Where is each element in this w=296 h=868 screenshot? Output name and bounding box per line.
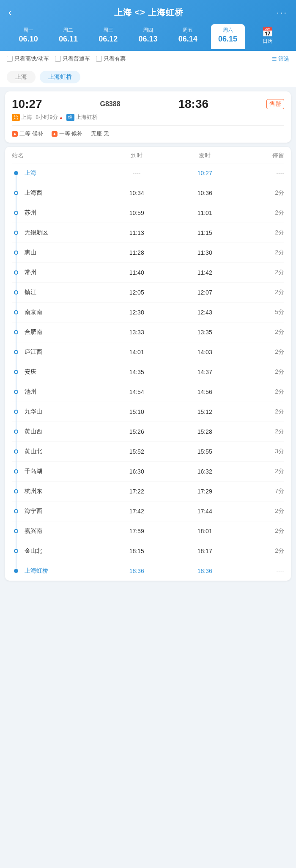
date-tab-0614[interactable]: 周五06.14 <box>171 24 205 49</box>
stop-duration: 2分 <box>239 269 284 276</box>
stop-station-col: 嘉兴南 <box>12 527 103 535</box>
calendar-tab[interactable]: 📅 日历 <box>251 24 285 49</box>
stop-station-col: 安庆 <box>12 368 103 376</box>
date-tab-0612[interactable]: 周三06.12 <box>91 24 125 49</box>
date-number: 06.15 <box>218 35 237 44</box>
timeline-col <box>12 449 20 454</box>
back-button[interactable]: ‹ <box>8 7 21 18</box>
stop-arrive: 11:28 <box>103 249 171 256</box>
date-tab-0615[interactable]: 周六06.15 <box>211 24 245 49</box>
stop-depart: 11:30 <box>171 249 239 256</box>
stop-name: 黄山西 <box>25 428 42 435</box>
seat-noseat-label: 无座 无 <box>91 130 109 138</box>
stop-row: 合肥南 13:33 13:35 2分 <box>12 322 284 342</box>
timeline-dot <box>14 191 18 195</box>
stop-name: 上海虹桥 <box>25 567 48 575</box>
stop-row: 南京南 12:38 12:43 5分 <box>12 303 284 322</box>
stop-arrive: 12:38 <box>103 309 171 316</box>
stop-arrive: 14:54 <box>103 389 171 395</box>
timeline-col <box>12 390 20 394</box>
stop-arrive: 18:36 <box>103 568 171 574</box>
stop-name: 上海 <box>25 169 36 177</box>
stop-depart: 15:12 <box>171 408 239 415</box>
date-tabs: 周一06.10周二06.11周三06.12周四06.13周五06.14周六06.… <box>8 24 288 51</box>
departure-time: 10:27 <box>12 97 42 111</box>
stop-arrive: 12:05 <box>103 289 171 296</box>
stop-duration: 5分 <box>239 309 284 316</box>
stop-name: 上海西 <box>25 189 42 197</box>
filter-highspeed-checkbox[interactable] <box>7 56 13 62</box>
stop-name: 杭州东 <box>25 488 42 495</box>
timeline-col <box>12 569 20 573</box>
stop-name: 九华山 <box>25 408 42 416</box>
stop-depart: 12:07 <box>171 289 239 296</box>
sold-out-badge: 售罄 <box>266 99 284 109</box>
dep-tag: 始 <box>12 114 20 121</box>
stop-duration: 2分 <box>239 348 284 356</box>
timeline-dot <box>14 290 18 295</box>
stop-row: 金山北 18:15 18:17 2分 <box>12 541 284 561</box>
stop-arrive: 10:59 <box>103 209 171 216</box>
timeline-dot <box>14 350 18 354</box>
weekday-label: 周四 <box>143 27 153 34</box>
date-tab-0613[interactable]: 周四06.13 <box>131 24 165 49</box>
seat-first-label: 一等 候补 <box>59 130 83 138</box>
stop-duration: ---- <box>239 170 284 176</box>
date-tab-0610[interactable]: 周一06.10 <box>11 24 45 49</box>
stop-arrive: 18:15 <box>103 548 171 554</box>
header: ‹ 上海 <> 上海虹桥 ··· 周一06.10周二06.11周三06.12周四… <box>0 0 296 51</box>
stop-row: 上海 ---- 10:27 ---- <box>12 163 284 183</box>
stop-name: 南京南 <box>25 309 42 316</box>
dep-station-tag: 始 上海 <box>12 113 32 121</box>
stop-station-col: 杭州东 <box>12 488 103 495</box>
stop-station-col: 黄山北 <box>12 448 103 455</box>
stop-depart: 14:03 <box>171 349 239 355</box>
seat-first-badge: ● <box>52 131 58 137</box>
filter-normal-checkbox[interactable] <box>55 56 61 62</box>
weekday-label: 周六 <box>223 27 233 34</box>
date-number: 06.14 <box>178 35 197 44</box>
filter-button[interactable]: ☰ 筛选 <box>272 55 289 63</box>
timeline-dot <box>14 270 18 275</box>
timeline-col <box>12 310 20 314</box>
stop-depart: 10:27 <box>171 170 239 176</box>
timeline-col <box>12 410 20 414</box>
stop-station-col: 南京南 <box>12 309 103 316</box>
stop-duration: 2分 <box>239 289 284 296</box>
stop-station-col: 上海西 <box>12 189 103 197</box>
timeline-dot <box>14 569 18 573</box>
stop-name: 安庆 <box>25 368 36 376</box>
stop-name: 嘉兴南 <box>25 527 42 535</box>
stop-duration: 2分 <box>239 527 284 535</box>
stop-arrive: ---- <box>103 170 171 176</box>
stop-duration: ---- <box>239 568 284 574</box>
stop-list-container: 站名 到时 发时 停留 上海 ---- 10:27 ---- 上海西 10:34… <box>5 147 291 581</box>
more-button[interactable]: ··· <box>277 8 288 17</box>
calendar-label: 日历 <box>263 38 273 45</box>
filter-ticket[interactable]: 只看有票 <box>96 55 126 63</box>
stop-station-col: 苏州 <box>12 209 103 217</box>
stop-arrive: 11:13 <box>103 229 171 236</box>
date-tab-0611[interactable]: 周二06.11 <box>51 24 85 49</box>
stop-duration: 2分 <box>239 547 284 555</box>
filter-normal-label: 只看普通车 <box>63 55 90 63</box>
filter-ticket-checkbox[interactable] <box>96 56 102 62</box>
stop-depart: 10:36 <box>171 190 239 196</box>
station-tab-上海虹桥[interactable]: 上海虹桥 <box>40 71 80 83</box>
weekday-label: 周一 <box>23 27 33 34</box>
stop-arrive: 11:40 <box>103 269 171 276</box>
timeline-col <box>12 270 20 275</box>
stop-name: 合肥南 <box>25 328 42 336</box>
station-tab-上海[interactable]: 上海 <box>7 71 36 83</box>
filter-normal[interactable]: 只看普通车 <box>55 55 90 63</box>
stop-name: 惠山 <box>25 249 36 256</box>
timeline-col <box>12 330 20 334</box>
station-tabs: 上海上海虹桥 <box>0 67 296 87</box>
stop-row: 杭州东 17:22 17:29 7分 <box>12 482 284 502</box>
stop-station-col: 庐江西 <box>12 348 103 356</box>
stop-duration: 2分 <box>239 328 284 336</box>
stop-arrive: 17:42 <box>103 508 171 515</box>
filter-highspeed[interactable]: 只看高铁/动车 <box>7 55 49 63</box>
weekday-label: 周三 <box>103 27 113 34</box>
stop-duration: 2分 <box>239 229 284 237</box>
